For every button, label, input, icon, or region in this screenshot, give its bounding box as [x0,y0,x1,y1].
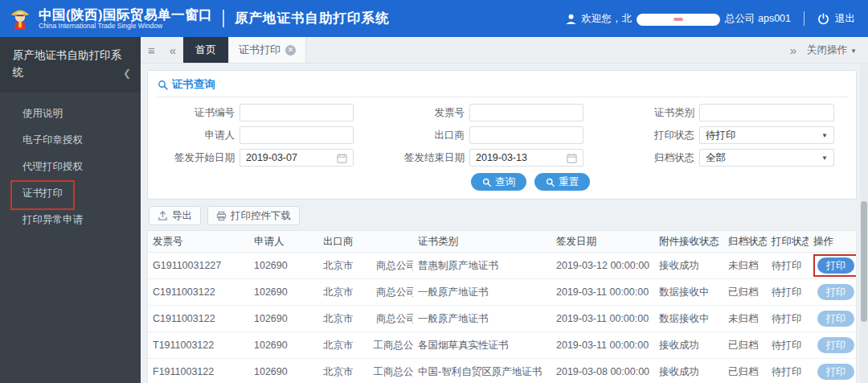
cell-cert-type: 一般原产地证书 [413,312,551,326]
cell-issue-date: 2019-03-08 00:00:00 [551,366,654,377]
search-button-label: 查询 [495,175,515,189]
cell-archive-status: 未归档 [723,312,767,326]
scroll-tabs-left-icon[interactable]: « [162,37,183,63]
cell-attach-status: 数据接收中 [654,286,723,299]
print-button[interactable]: 打印 [817,284,854,300]
sidebar-item[interactable]: 使用说明 [0,101,141,127]
table-column-header: 发票号 [148,235,249,249]
cell-attach-status: 接收成功 [654,365,723,379]
print-button-annotation-box: 打印 [813,254,856,277]
redaction-blob [637,14,720,26]
cell-exporter: 北京市 工商总公司 [318,365,413,379]
table-column-header: 证书类别 [413,235,551,249]
cell-archive-status: 未归档 [723,259,767,273]
cell-exporter: 北京市 商总公司 [318,259,413,273]
field-print-status: 打印状态 待打印 ▼ [595,126,848,145]
tab-active-label: 证书打印 [239,43,280,57]
cell-print-status: 待打印 [767,365,809,379]
cell-applicant: 102690 [249,260,318,271]
brand-subtitle: China International Trade Single Window [39,23,212,30]
logout-label: 退出 [835,12,855,26]
table-column-header: 操作 [809,235,856,249]
close-operations-label: 关闭操作 [807,43,847,57]
table-row: C1911003122 102690 北京市 商总公司 一般原产地证书 2019… [148,279,856,306]
table-row: G19110031227 102690 北京市 商总公司 普惠制原产地证书 20… [148,253,856,279]
welcome-text-suffix: 总公司 aps001 [725,12,791,26]
sidebar-title[interactable]: 原产地证书自助打印系统 ❮ [0,37,141,93]
cell-print-status: 待打印 [767,286,809,299]
vertical-scrollbar[interactable] [860,64,868,383]
cert-no-input[interactable] [240,104,354,121]
print-button[interactable]: 打印 [817,311,854,327]
query-form: 证书编号 发票号 证书类别 申请人 [156,103,848,167]
scrollbar-thumb[interactable] [861,201,867,322]
field-applicant: 申请人 [156,126,363,145]
archive-status-select[interactable]: 全部 ▼ [699,149,834,167]
end-date-input[interactable]: 2019-03-13 [469,149,583,167]
table-row: C1911003122 102690 北京市 商总公司 一般原产地证书 2019… [148,306,856,332]
cell-cert-type: 普惠制原产地证书 [413,259,551,273]
cert-type-input[interactable] [699,104,834,121]
cell-operation: 打印 [809,281,856,303]
reset-button[interactable]: 重置 [534,173,590,191]
cell-archive-status: 已归档 [723,286,767,299]
sidebar-item[interactable]: 证书打印 [0,180,141,207]
applicant-label: 申请人 [156,129,240,142]
tab-certificate-print[interactable]: 证书打印 ✕ [228,37,306,63]
exporter-input[interactable] [469,126,583,144]
sidebar-item-label: 代理打印授权 [23,161,83,172]
close-operations-dropdown[interactable]: 关闭操作 ▼ [804,37,868,63]
print-button-annotation-box: 打印 [813,307,856,330]
query-actions: 查询 重置 [471,173,848,191]
logout-button[interactable]: 退出 [817,12,855,26]
search-button[interactable]: 查询 [471,173,526,191]
sidebar-item[interactable]: 电子印章授权 [0,127,141,154]
print-button-annotation-box: 打印 [813,334,856,356]
invoice-no-input[interactable] [469,104,583,121]
scroll-tabs-right-icon[interactable]: » [783,37,804,63]
start-date-input[interactable]: 2019-03-07 [240,149,354,167]
print-button[interactable]: 打印 [817,364,854,380]
cell-applicant: 102690 [249,313,318,324]
sidebar-item-label: 证书打印 [23,187,63,199]
cell-operation: 打印 [809,360,856,383]
start-date-value: 2019-03-07 [246,152,297,163]
tab-strip: ≡ « 首页 证书打印 ✕ » 关闭操作 ▼ [141,37,868,64]
certificate-query-panel: 证书查询 证书编号 发票号 证书类别 [147,70,857,200]
sidebar-item-label: 打印异常申请 [23,214,83,225]
field-cert-no: 证书编号 [156,103,363,122]
search-icon [546,178,555,187]
power-icon [817,13,829,25]
field-invoice-no: 发票号 [363,103,595,122]
sidebar-item[interactable]: 打印异常申请 [0,207,141,233]
export-button[interactable]: 导出 [149,206,201,225]
cert-no-label: 证书编号 [156,106,240,120]
applicant-input[interactable] [240,126,354,144]
cell-issue-date: 2019-03-11 00:00:00 [551,313,654,324]
chevron-down-icon: ▼ [850,47,857,55]
exporter-label: 出口商 [363,129,469,142]
calendar-icon[interactable] [567,153,577,163]
single-window-logo-icon [8,6,32,31]
export-icon [158,211,168,221]
sidebar-item[interactable]: 代理打印授权 [0,154,141,180]
chevron-left-icon[interactable]: ❮ [123,66,131,81]
field-archive-status: 归档状态 全部 ▼ [595,148,848,167]
print-button[interactable]: 打印 [817,257,854,274]
cell-invoice-no: C1911003122 [148,286,249,298]
cell-print-status: 待打印 [767,339,809,352]
print-button[interactable]: 打印 [817,337,854,353]
calendar-icon[interactable] [337,153,347,163]
table-column-header: 出口商 [318,235,413,249]
print-control-download-button[interactable]: 打印控件下载 [207,206,300,225]
sidebar: 原产地证书自助打印系统 ❮ 使用说明 电子印章授权 代理打印授权 [0,37,141,383]
archive-status-label: 归档状态 [595,151,699,165]
print-status-select[interactable]: 待打印 ▼ [699,126,834,144]
hamburger-menu-icon[interactable]: ≡ [141,37,162,63]
tab-close-icon[interactable]: ✕ [285,45,296,56]
tab-home[interactable]: 首页 [183,37,228,63]
print-status-value: 待打印 [706,129,736,142]
cell-cert-type: 各国烟草真实性证书 [413,339,551,352]
brand-block: 中国(陕西)国际贸易单一窗口 China International Trade… [39,7,212,30]
cell-cert-type: 中国-智利自贸区原产地证书 [413,365,551,379]
